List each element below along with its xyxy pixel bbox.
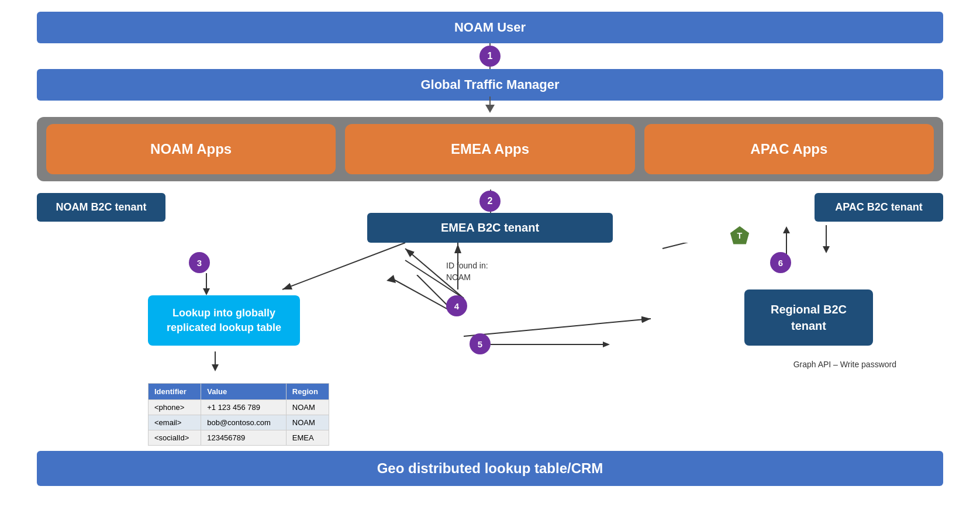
col-identifier: Identifier	[149, 384, 201, 400]
lookup-table: Identifier Value Region <phone> +1 123 4…	[148, 383, 329, 446]
svg-line-17	[391, 278, 449, 310]
tenants-row: NOAM B2C tenant 2 EMEA B2C tenant APAC B…	[37, 189, 943, 243]
lookup-to-table-arrow	[209, 351, 221, 373]
gtm-bar: Global Traffic Manager	[37, 69, 943, 101]
svg-line-4	[464, 319, 651, 336]
geo-bar: Geo distributed lookup table/CRM	[37, 451, 943, 486]
svg-marker-18	[387, 275, 396, 283]
emea-b2c-tenant: EMEA B2C tenant	[367, 213, 613, 243]
col-region: Region	[286, 384, 329, 400]
main-content-area: 3 Lookup into globally replicated lookup…	[37, 243, 943, 442]
apps-row: NOAM Apps EMEA Apps APAC Apps	[37, 117, 943, 181]
svg-marker-11	[212, 364, 219, 371]
t-pentagon-icon: T	[729, 225, 750, 246]
svg-line-5	[662, 243, 709, 249]
emea-apps-box: EMEA Apps	[345, 124, 634, 174]
noam-apps-box: NOAM Apps	[46, 124, 336, 174]
step5-arrow	[491, 340, 619, 351]
step3-circle: 3	[189, 252, 210, 273]
svg-marker-26	[823, 246, 830, 253]
table-row: <phone> +1 123 456 789 NOAM	[149, 400, 329, 415]
step2-connector: 2	[479, 189, 501, 213]
table-row: <email> bob@contoso.com NOAM	[149, 415, 329, 430]
diagram-container: NOAM User 1 Global Traffic Manager NOAM …	[0, 0, 980, 524]
regional-b2c-tenant: Regional B2C tenant	[744, 289, 873, 346]
table-row: <socialId> 123456789 EMEA	[149, 430, 329, 446]
step2-circle: 2	[479, 191, 501, 212]
id-found-label: ID found in: NOAM	[446, 260, 488, 283]
gtm-arrow	[23, 101, 957, 117]
svg-line-0	[282, 243, 405, 289]
step6-circle: 6	[770, 252, 791, 273]
emea-section: 2 EMEA B2C tenant	[165, 189, 815, 243]
col-value: Value	[201, 384, 287, 400]
apac-b2c-tenant: APAC B2C tenant	[815, 193, 943, 222]
step1-connector: 1	[23, 43, 957, 69]
graph-api-label: Graph API – Write password	[793, 360, 896, 369]
step5-circle: 5	[470, 333, 491, 354]
noam-user-bar: NOAM User	[37, 12, 943, 43]
step4-circle: 4	[446, 295, 467, 316]
apac-apps-box: APAC Apps	[644, 124, 934, 174]
svg-text:T: T	[737, 231, 743, 240]
svg-marker-9	[203, 288, 210, 295]
noam-b2c-tenant: NOAM B2C tenant	[37, 193, 165, 222]
step3-arrow	[201, 273, 212, 297]
arrow-down-shape	[485, 105, 495, 113]
step1-circle: 1	[479, 46, 501, 67]
svg-marker-20	[603, 342, 610, 347]
lookup-box: Lookup into globally replicated lookup t…	[148, 295, 300, 346]
